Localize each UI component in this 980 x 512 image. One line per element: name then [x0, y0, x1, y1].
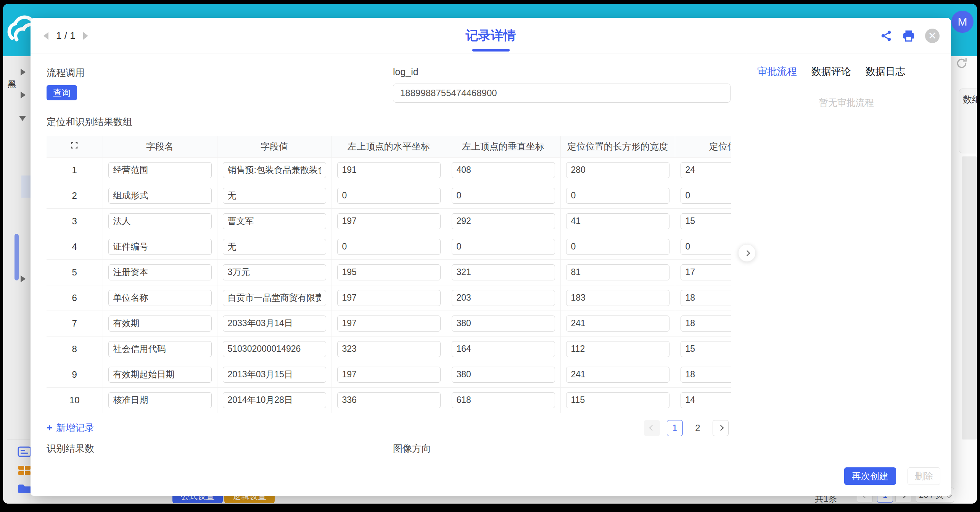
rect-height-input[interactable] — [681, 341, 731, 357]
rect-width-input[interactable] — [566, 188, 669, 204]
field-name-input[interactable] — [108, 188, 212, 204]
rect-width-input[interactable] — [566, 392, 669, 408]
rect-height-input[interactable] — [681, 162, 731, 178]
column-header-field-name: 字段名 — [103, 136, 217, 157]
tree-collapsed-arrow-icon[interactable] — [21, 275, 26, 282]
rect-width-input[interactable] — [566, 162, 669, 178]
y-coordinate-input[interactable] — [452, 392, 555, 408]
x-coordinate-input[interactable] — [337, 188, 441, 204]
card-icon[interactable] — [18, 446, 31, 459]
field-value-input[interactable] — [223, 290, 326, 306]
rect-width-input[interactable] — [566, 264, 669, 280]
sidebar-text-fragment: 黑 — [8, 79, 16, 90]
field-value-input[interactable] — [223, 162, 326, 178]
print-icon[interactable] — [902, 29, 915, 42]
y-coordinate-input[interactable] — [452, 316, 555, 332]
rect-height-input[interactable] — [681, 188, 731, 204]
y-coordinate-input[interactable] — [452, 162, 555, 178]
x-coordinate-input[interactable] — [337, 341, 441, 357]
y-coordinate-input[interactable] — [452, 264, 555, 280]
share-icon[interactable] — [880, 30, 892, 42]
log-id-input[interactable] — [393, 84, 731, 103]
column-header-field-value: 字段值 — [217, 136, 331, 157]
pagination-page-1[interactable]: 1 — [667, 420, 683, 436]
rect-height-input[interactable] — [681, 239, 731, 255]
tab-approval-flow[interactable]: 审批流程 — [757, 65, 797, 78]
delete-button[interactable]: 删除 — [908, 467, 940, 485]
prev-record-icon[interactable] — [43, 32, 48, 40]
rect-width-input[interactable] — [566, 316, 669, 332]
rect-height-input[interactable] — [681, 264, 731, 280]
refresh-icon[interactable] — [956, 57, 968, 71]
rect-width-input[interactable] — [566, 290, 669, 306]
field-value-input[interactable] — [223, 316, 326, 332]
field-value-input[interactable] — [223, 188, 326, 204]
modal-header: 1 / 1 记录详情 — [31, 18, 951, 53]
table-icon[interactable] — [18, 465, 31, 477]
y-coordinate-input[interactable] — [452, 213, 555, 229]
x-coordinate-input[interactable] — [337, 162, 441, 178]
field-name-input[interactable] — [108, 392, 212, 408]
field-name-input[interactable] — [108, 162, 212, 178]
recreate-button[interactable]: 再次创建 — [844, 467, 896, 485]
field-name-input[interactable] — [108, 264, 212, 280]
folder-icon[interactable] — [18, 483, 32, 496]
modal-footer: 再次创建 删除 — [31, 456, 951, 496]
scroll-right-button[interactable] — [738, 244, 756, 262]
y-coordinate-input[interactable] — [452, 367, 555, 383]
tab-data-comments[interactable]: 数据评论 — [811, 65, 851, 78]
query-button[interactable]: 查询 — [47, 85, 77, 100]
field-name-input[interactable] — [108, 239, 212, 255]
x-coordinate-input[interactable] — [337, 264, 441, 280]
rect-height-input[interactable] — [681, 392, 731, 408]
row-index: 5 — [47, 259, 103, 285]
x-coordinate-input[interactable] — [337, 392, 441, 408]
field-value-input[interactable] — [223, 213, 326, 229]
rect-height-input[interactable] — [681, 213, 731, 229]
field-value-input[interactable] — [223, 367, 326, 383]
expand-table-icon[interactable] — [47, 136, 103, 157]
rect-width-input[interactable] — [566, 213, 669, 229]
x-coordinate-input[interactable] — [337, 316, 441, 332]
tab-data-log[interactable]: 数据日志 — [866, 65, 905, 78]
field-value-input[interactable] — [223, 392, 326, 408]
y-coordinate-input[interactable] — [452, 188, 555, 204]
field-name-input[interactable] — [108, 213, 212, 229]
pagination-page-2[interactable]: 2 — [690, 420, 706, 436]
rect-height-input[interactable] — [681, 290, 731, 306]
rect-height-input[interactable] — [681, 367, 731, 383]
rect-width-input[interactable] — [566, 239, 669, 255]
x-coordinate-input[interactable] — [337, 213, 441, 229]
table-row: 10 — [47, 387, 731, 413]
background-vertical-tab[interactable]: 数组 — [959, 89, 977, 153]
rect-height-input[interactable] — [681, 316, 731, 332]
add-record-link[interactable]: + 新增记录 — [47, 422, 94, 434]
y-coordinate-input[interactable] — [452, 239, 555, 255]
next-record-icon[interactable] — [83, 32, 88, 40]
pagination-prev-button[interactable] — [644, 420, 660, 436]
y-coordinate-input[interactable] — [452, 290, 555, 306]
avatar[interactable]: M — [951, 11, 974, 33]
x-coordinate-input[interactable] — [337, 239, 441, 255]
field-value-input[interactable] — [223, 341, 326, 357]
rect-width-input[interactable] — [566, 367, 669, 383]
field-name-input[interactable] — [108, 290, 212, 306]
tree-expanded-arrow-icon[interactable] — [19, 116, 26, 121]
approval-side-panel: 审批流程 数据评论 数据日志 暂无审批流程 — [747, 53, 951, 496]
x-coordinate-input[interactable] — [337, 367, 441, 383]
pagination-next-button[interactable] — [713, 420, 729, 436]
field-name-input[interactable] — [108, 316, 212, 332]
tree-collapsed-arrow-icon[interactable] — [21, 69, 26, 76]
field-name-input[interactable] — [108, 341, 212, 357]
tree-collapsed-arrow-icon[interactable] — [21, 92, 26, 98]
background-scrollbar[interactable] — [962, 156, 977, 440]
field-value-input[interactable] — [223, 264, 326, 280]
rect-width-input[interactable] — [566, 341, 669, 357]
close-icon[interactable]: ✕ — [925, 29, 940, 43]
sidebar-scroll-thumb[interactable] — [14, 234, 19, 280]
x-coordinate-input[interactable] — [337, 290, 441, 306]
row-index: 8 — [47, 336, 103, 362]
field-name-input[interactable] — [108, 367, 212, 383]
y-coordinate-input[interactable] — [452, 341, 555, 357]
field-value-input[interactable] — [223, 239, 326, 255]
